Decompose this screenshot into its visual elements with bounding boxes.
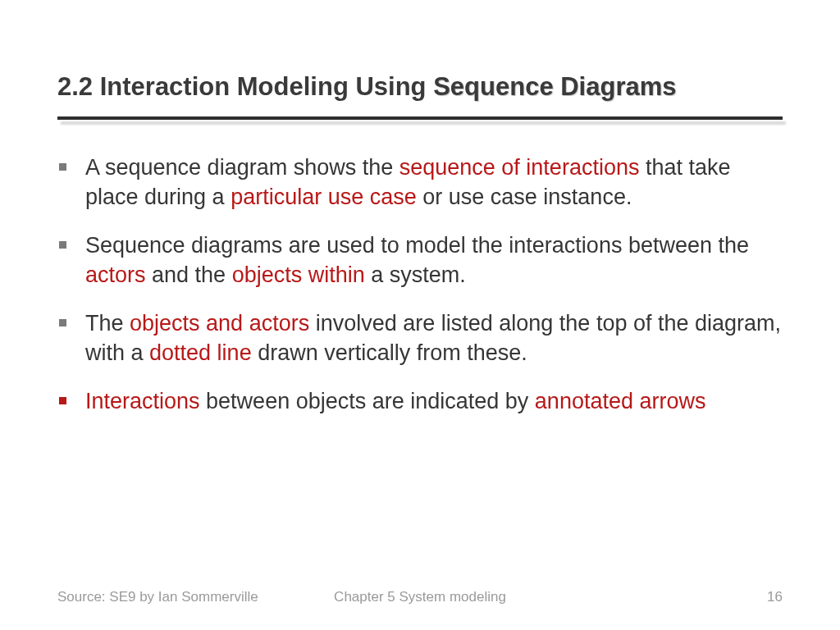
highlight-text: annotated arrows [535,389,706,413]
body-text: between objects are indicated by [206,389,535,413]
title-prefix: 2.2 Interaction Modeling Using [57,72,433,101]
highlight-text: objects within [232,262,372,287]
slide-footer: Source: SE9 by Ian Sommerville Chapter 5… [0,589,840,605]
title-emphasis: Sequence Diagrams [433,72,676,101]
body-text: A sequence diagram shows the [85,155,399,180]
bullet-item: The objects and actors involved are list… [57,308,783,368]
body-text: or use case instance. [417,185,632,209]
footer-chapter: Chapter 5 System modeling [334,589,506,605]
highlight-text: sequence of interactions [399,155,640,180]
body-text: Sequence diagrams are used to model the … [85,233,749,258]
footer-source: Source: SE9 by Ian Sommerville [57,589,258,605]
title-divider [57,116,783,125]
highlight-text: dotted line [149,340,258,365]
bullet-item: Interactions between objects are indicat… [57,386,783,416]
body-text: drawn vertically from these. [258,340,527,365]
slide-title: 2.2 Interaction Modeling Using Sequence … [57,72,783,102]
body-text: The [85,311,130,336]
slide: 2.2 Interaction Modeling Using Sequence … [0,0,840,416]
footer-page-number: 16 [767,589,783,605]
highlight-text: actors [85,262,146,287]
body-text: a system. [371,262,466,287]
bullet-item: A sequence diagram shows the sequence of… [57,153,783,212]
body-text: and the [146,262,232,287]
bullet-item: Sequence diagrams are used to model the … [57,231,783,290]
highlight-text: particular use case [231,185,417,209]
highlight-text: objects and actors [130,311,316,336]
highlight-text: Interactions [85,389,206,413]
bullet-list: A sequence diagram shows the sequence of… [57,153,783,416]
